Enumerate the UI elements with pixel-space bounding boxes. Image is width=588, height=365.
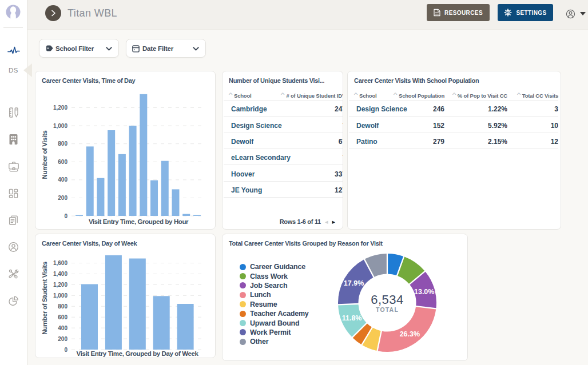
page-title: Titan WBL	[67, 7, 117, 19]
cell-value: 247	[297, 105, 343, 116]
svg-text:Visit Entry Time, Grouped by D: Visit Entry Time, Grouped by Day of Week	[77, 350, 199, 357]
table-row: Patino2792.15%12	[349, 133, 558, 149]
donut-chart: 13.0%26.3%11.8%17.9%	[223, 234, 467, 360]
cell-value: 5.92%	[444, 122, 507, 133]
user-avatar-icon[interactable]	[5, 4, 21, 20]
column-header[interactable]: ^Total CC Visits	[507, 93, 558, 99]
cell-value: 1.22%	[444, 105, 507, 116]
document-icon	[434, 9, 440, 17]
svg-text:Number of Student Visits: Number of Student Visits	[41, 262, 48, 335]
school-link[interactable]: Dewolf	[349, 122, 402, 133]
cell-value: 67	[297, 138, 343, 149]
table-pagination: Rows 1-6 of 11 ◂ ▸	[280, 218, 335, 225]
resources-button[interactable]: RESOURCES	[427, 4, 490, 21]
top-header: Titan WBL RESOURCES SETTINGS	[27, 0, 588, 30]
svg-text:1,000: 1,000	[53, 123, 67, 129]
svg-text:400: 400	[58, 177, 67, 183]
bar-chart-day-of-week: 02004006008001,0001,2001,4001,600Visit E…	[35, 234, 215, 358]
svg-text:1,200: 1,200	[53, 282, 67, 288]
svg-text:800: 800	[58, 303, 67, 310]
tag-icon	[46, 45, 54, 52]
school-link[interactable]: Cambridge	[224, 105, 297, 116]
cell-value: 3	[507, 105, 558, 116]
svg-text:26.3%: 26.3%	[400, 330, 420, 338]
dashboard-grid-icon[interactable]	[0, 188, 27, 199]
gear-icon	[504, 9, 512, 17]
ruler-pencil-icon[interactable]	[0, 107, 27, 118]
sort-caret-icon: ^	[229, 92, 232, 98]
sidebar: DS	[0, 0, 27, 365]
active-item-notch	[23, 63, 32, 77]
pagination-text: Rows 1-6 of 11	[280, 218, 321, 225]
cell-value: 10	[507, 122, 558, 133]
calendar-icon	[132, 45, 140, 53]
documents-icon[interactable]	[0, 215, 27, 226]
card-title: Number of Unique Students Visi...	[229, 77, 324, 84]
pie-chart-icon[interactable]	[0, 295, 27, 306]
svg-text:Number of Visits: Number of Visits	[41, 131, 48, 179]
donut-slice[interactable]	[378, 307, 436, 352]
svg-text:Visit Entry Time, Grouped by H: Visit Entry Time, Grouped by Hour	[89, 218, 189, 225]
expand-nav-button[interactable]	[45, 5, 61, 21]
table-row: Cambridge247	[224, 101, 343, 117]
settings-button[interactable]: SETTINGS	[498, 4, 553, 21]
cell-value: 337	[297, 170, 343, 181]
card-reason-for-visit: Total Career Center Visits Grouped by Re…	[222, 234, 468, 361]
svg-text:400: 400	[58, 325, 67, 331]
table-row: Design Science7	[224, 117, 343, 133]
column-header[interactable]: ^School Population	[402, 93, 444, 99]
bar-chart-time-of-day: 02004006008001,0001,200Visit Entry Time,…	[35, 71, 215, 229]
cell-value: 12	[507, 138, 558, 149]
user-icon	[566, 9, 575, 19]
school-population-table: ^School^School Population^% of Pop to Vi…	[349, 91, 558, 149]
card-visits-day-of-week: Career Center Visits, Day of Week 020040…	[35, 234, 216, 358]
sidebar-divider	[3, 27, 23, 27]
table-row: Hoover337	[224, 165, 343, 181]
table-header-row: ^School^# of Unique Student ID's	[224, 91, 343, 101]
building-icon[interactable]	[0, 134, 27, 145]
chevron-down-icon	[106, 47, 112, 51]
school-link[interactable]: Design Science	[224, 122, 297, 133]
user-menu[interactable]	[566, 9, 588, 19]
school-link[interactable]: Dewolf	[224, 138, 297, 149]
activity-pulse-icon[interactable]	[0, 46, 27, 55]
cell-value: 127	[297, 186, 343, 197]
briefcase-icon[interactable]	[0, 161, 27, 172]
column-header[interactable]: ^# of Unique Student ID's	[297, 93, 343, 99]
table-row: Design Science2461.22%3	[349, 101, 558, 117]
school-link[interactable]: Design Science	[349, 105, 402, 116]
tools-icon[interactable]	[0, 268, 27, 279]
card-visits-time-of-day: Career Center Visits, Time of Day 020040…	[35, 71, 216, 230]
svg-text:1,400: 1,400	[53, 271, 67, 277]
cell-value: 2.15%	[444, 138, 507, 149]
date-filter-dropdown[interactable]: Date Filter	[126, 39, 206, 58]
school-filter-dropdown[interactable]: School Filter	[39, 39, 119, 58]
chevron-down-icon	[193, 47, 199, 51]
school-link[interactable]: Patino	[349, 138, 402, 149]
svg-text:1,600: 1,600	[53, 260, 67, 266]
next-page-icon[interactable]: ▸	[332, 219, 335, 225]
svg-text:600: 600	[58, 159, 67, 165]
sort-caret-icon: ^	[394, 92, 397, 98]
prev-page-icon[interactable]: ◂	[325, 219, 328, 225]
svg-text:1,000: 1,000	[53, 292, 67, 299]
user-circle-icon[interactable]	[0, 242, 27, 252]
svg-text:0: 0	[64, 213, 67, 219]
sort-caret-icon: ^	[452, 92, 456, 98]
svg-text:17.9%: 17.9%	[344, 279, 364, 287]
donut-total-value: 6,534	[353, 293, 422, 307]
column-header[interactable]: ^% of Pop to Visit CC	[444, 93, 507, 99]
cell-value: 7	[297, 122, 343, 133]
school-link[interactable]: eLearn Secondary	[224, 154, 297, 165]
sort-caret-icon: ^	[281, 92, 284, 98]
cell-value: 246	[402, 105, 444, 116]
sort-caret-icon: ^	[354, 92, 357, 98]
svg-text:1,200: 1,200	[53, 105, 67, 111]
svg-text:200: 200	[58, 195, 67, 201]
unique-students-table: ^School^# of Unique Student ID'sCambridg…	[224, 91, 343, 198]
table-header-row: ^School^School Population^% of Pop to Vi…	[349, 91, 558, 101]
chevron-down-icon	[580, 12, 586, 15]
school-link[interactable]: Hoover	[224, 170, 297, 181]
school-link[interactable]: JE Young	[224, 186, 297, 197]
sidebar-ds-label[interactable]: DS	[0, 67, 27, 74]
